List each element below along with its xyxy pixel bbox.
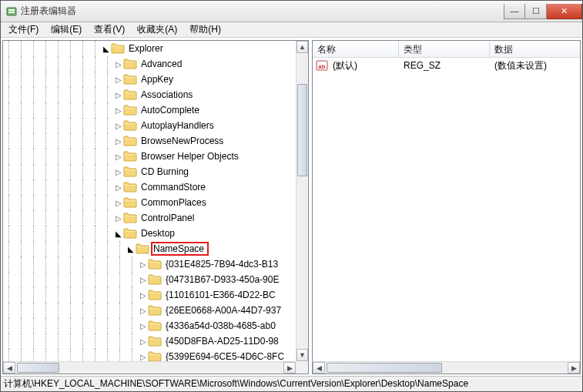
col-header-data[interactable]: 数据 <box>490 41 580 57</box>
tree-node-label: Browser Helper Objects <box>139 150 241 162</box>
window-title: 注册表编辑器 <box>21 5 76 18</box>
tree-node[interactable]: ▷{031E4825-7B94-4dc3-B13 <box>3 256 296 272</box>
tree-node[interactable]: ▷{5399E694-6CE5-4D6C-8FC <box>3 349 296 361</box>
tree-node[interactable]: ◣Desktop <box>3 226 296 241</box>
tree-node-label: {4336a54d-038b-4685-ab0 <box>163 320 278 332</box>
tree-node[interactable]: ▷{11016101-E366-4D22-BC <box>3 287 296 303</box>
tree-node[interactable]: ◣NameSpace <box>3 241 296 256</box>
collapse-arrow-icon[interactable]: ▷ <box>114 60 123 69</box>
collapse-arrow-icon[interactable]: ▷ <box>114 106 123 115</box>
tree-node-label: CommonPlaces <box>139 196 209 209</box>
tree-node[interactable]: ◣Explorer <box>3 41 296 56</box>
tree-node[interactable]: ▷AppKey <box>3 72 296 87</box>
tree-node-label: Advanced <box>139 58 184 70</box>
tree-node[interactable]: ▷AutoComplete <box>3 102 296 118</box>
collapse-arrow-icon[interactable]: ▷ <box>139 353 148 361</box>
col-header-type[interactable]: 类型 <box>399 41 490 57</box>
scroll-thumb-h[interactable] <box>327 363 442 373</box>
collapse-arrow-icon[interactable]: ▷ <box>139 291 148 300</box>
tree-node[interactable]: ▷ControlPanel <box>3 210 296 226</box>
tree-node-label: Associations <box>139 89 195 101</box>
expand-arrow-icon[interactable]: ◣ <box>126 245 136 253</box>
svg-rect-2 <box>8 12 15 13</box>
registry-tree[interactable]: ◣Explorer▷Advanced▷AppKey▷Associations▷A… <box>3 41 296 361</box>
menu-help[interactable]: 帮助(H) <box>183 22 227 37</box>
tree-node-label: Explorer <box>126 42 166 55</box>
col-header-name[interactable]: 名称 <box>313 41 399 57</box>
tree-node[interactable]: ▷Associations <box>3 87 296 102</box>
expand-arrow-icon[interactable]: ◣ <box>102 45 111 53</box>
tree-node[interactable]: ▷{26EE0668-A00A-44D7-937 <box>3 303 296 318</box>
collapse-arrow-icon[interactable]: ▷ <box>139 276 148 284</box>
tree-node[interactable]: ▷CommonPlaces <box>3 195 296 210</box>
tree-node[interactable]: ▷{4336a54d-038b-4685-ab0 <box>3 318 296 333</box>
scroll-right-button[interactable]: ▶ <box>283 362 296 374</box>
collapse-arrow-icon[interactable]: ▷ <box>139 307 148 315</box>
folder-icon <box>123 89 137 101</box>
tree-pane: ◣Explorer▷Advanced▷AppKey▷Associations▷A… <box>2 40 309 374</box>
scroll-up-button[interactable]: ▲ <box>297 41 308 53</box>
scroll-corner <box>296 361 308 374</box>
folder-icon <box>123 150 137 162</box>
collapse-arrow-icon[interactable]: ▷ <box>114 91 123 99</box>
tree-scrollbar-h[interactable]: ◀ ▶ <box>3 361 296 374</box>
list-item[interactable]: ab (默认) REG_SZ (数值未设置) <box>313 58 580 73</box>
scroll-thumb-v[interactable] <box>297 84 307 176</box>
menu-edit[interactable]: 编辑(E) <box>45 22 88 37</box>
folder-icon <box>136 243 149 255</box>
folder-icon <box>148 273 162 286</box>
scroll-left-button[interactable]: ◀ <box>3 362 15 374</box>
values-list[interactable]: ab (默认) REG_SZ (数值未设置) <box>313 58 580 374</box>
tree-node[interactable]: ▷CD Burning <box>3 164 296 179</box>
tree-node[interactable]: ▷Advanced <box>3 56 296 72</box>
value-name: (默认) <box>328 59 399 72</box>
maximize-button[interactable]: ☐ <box>525 4 547 19</box>
minimize-button[interactable]: — <box>504 4 525 19</box>
tree-node[interactable]: ▷CommandStore <box>3 179 296 195</box>
collapse-arrow-icon[interactable]: ▷ <box>114 122 123 130</box>
value-data: (数值未设置) <box>490 59 580 72</box>
collapse-arrow-icon[interactable]: ▷ <box>114 168 123 176</box>
tree-node-label: BrowseNewProcess <box>139 135 226 147</box>
menu-view[interactable]: 查看(V) <box>88 22 131 37</box>
folder-icon <box>123 212 137 224</box>
scroll-right-button[interactable]: ▶ <box>568 362 580 374</box>
collapse-arrow-icon[interactable]: ▷ <box>139 322 148 330</box>
tree-scrollbar-v[interactable]: ▲ ▼ <box>296 41 308 361</box>
folder-icon <box>123 196 137 209</box>
expand-arrow-icon[interactable]: ◣ <box>114 230 123 238</box>
tree-node-label: AppKey <box>139 73 176 85</box>
collapse-arrow-icon[interactable]: ▷ <box>139 337 148 346</box>
window-controls: — ☐ ✕ <box>504 4 582 19</box>
tree-node[interactable]: ▷AutoplayHandlers <box>3 118 296 133</box>
close-button[interactable]: ✕ <box>547 4 582 19</box>
collapse-arrow-icon[interactable]: ▷ <box>114 183 123 192</box>
folder-icon <box>148 289 162 301</box>
collapse-arrow-icon[interactable]: ▷ <box>139 260 148 269</box>
menu-file[interactable]: 文件(F) <box>2 22 45 37</box>
collapse-arrow-icon[interactable]: ▷ <box>114 199 123 207</box>
folder-icon <box>148 304 162 317</box>
tree-node-label: AutoComplete <box>139 104 202 116</box>
titlebar: 注册表编辑器 — ☐ ✕ <box>1 1 582 22</box>
tree-node[interactable]: ▷BrowseNewProcess <box>3 133 296 149</box>
menu-favorites[interactable]: 收藏夹(A) <box>131 22 183 37</box>
list-scrollbar-h[interactable]: ◀ ▶ <box>313 361 580 374</box>
tree-node[interactable]: ▷{450D8FBA-AD25-11D0-98 <box>3 333 296 349</box>
tree-node-label: CD Burning <box>139 166 191 178</box>
collapse-arrow-icon[interactable]: ▷ <box>114 152 123 161</box>
scroll-thumb-h[interactable] <box>17 363 59 373</box>
scroll-left-button[interactable]: ◀ <box>313 362 325 374</box>
folder-icon <box>148 350 162 361</box>
values-pane: 名称 类型 数据 ab (默认) REG_SZ (数值未设置) ◀ ▶ <box>312 40 581 374</box>
tree-node-label: ControlPanel <box>139 212 196 224</box>
scroll-down-button[interactable]: ▼ <box>297 349 308 361</box>
tree-node-label: Desktop <box>139 227 177 240</box>
tree-node[interactable]: ▷{04731B67-D933-450a-90E <box>3 272 296 287</box>
collapse-arrow-icon[interactable]: ▷ <box>114 214 123 223</box>
tree-node-label: {031E4825-7B94-4dc3-B13 <box>163 258 280 270</box>
menubar: 文件(F) 编辑(E) 查看(V) 收藏夹(A) 帮助(H) <box>1 22 582 38</box>
collapse-arrow-icon[interactable]: ▷ <box>114 75 123 84</box>
tree-node[interactable]: ▷Browser Helper Objects <box>3 149 296 164</box>
collapse-arrow-icon[interactable]: ▷ <box>114 137 123 146</box>
